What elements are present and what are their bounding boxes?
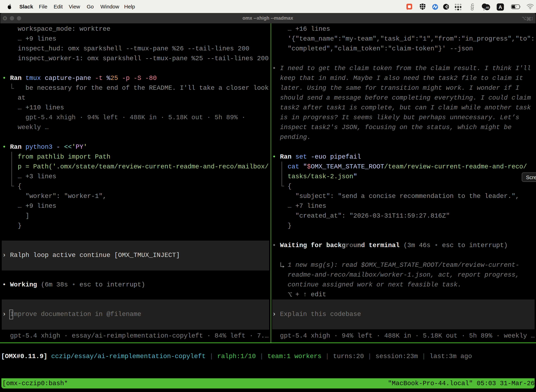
svg-text:..61: ..61	[485, 6, 489, 9]
svg-text:1: 1	[531, 16, 532, 21]
svg-text:A: A	[498, 5, 502, 10]
